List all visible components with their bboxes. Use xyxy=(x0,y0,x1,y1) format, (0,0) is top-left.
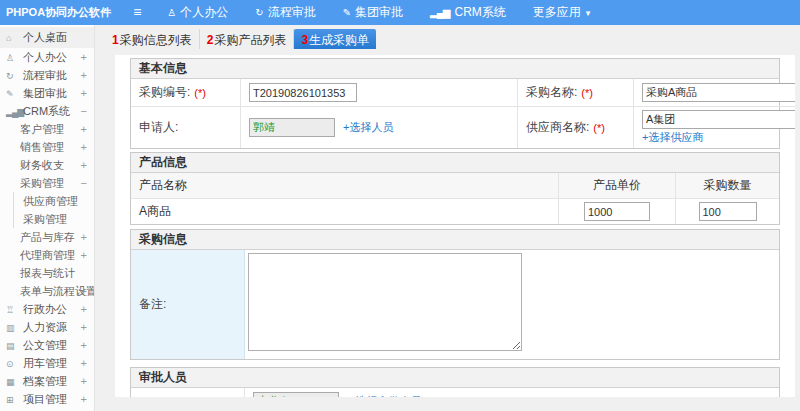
expand-toggle[interactable]: + xyxy=(81,390,87,408)
app-logo: PHPOA协同办公软件 xyxy=(0,5,117,20)
sidebar-item[interactable]: ▥ 人力资源 + xyxy=(0,318,94,336)
sidebar-item-label: 采购管理 xyxy=(23,213,67,225)
chart-icon: ▂▄▆ xyxy=(6,103,20,121)
flow-icon: ↻ xyxy=(6,67,20,85)
expand-toggle[interactable]: + xyxy=(81,138,87,156)
topbar: PHPOA协同办公软件 ≡ ♙ 个人办公 ↻ 流程审批 ✎ 集团审批 ▂▄▆ xyxy=(0,0,800,25)
remark-label: 备注: xyxy=(131,250,245,359)
required-mark: (*) xyxy=(194,87,206,99)
section-approver: 审批人员 设置审批人员:(*) +选择审批人员 提醒审批人员： 短消息提示 注：… xyxy=(130,367,780,397)
tab-number: 3 xyxy=(301,33,308,47)
flow-icon: ↻ xyxy=(255,7,262,18)
sidebar-item-label: 集团审批 xyxy=(23,87,67,99)
required-mark: (*) xyxy=(593,122,605,134)
product-table-header: 产品名称 产品单价 采购数量 xyxy=(131,173,779,199)
select-supplier-link[interactable]: +选择供应商 xyxy=(642,130,703,145)
col-purchase-qty: 采购数量 xyxy=(676,173,779,199)
chart-icon: ▂▄▆ xyxy=(430,7,449,18)
sidebar-item-label: 公文管理 xyxy=(23,339,67,351)
expand-toggle[interactable]: + xyxy=(81,354,87,372)
topbar-nav-item[interactable]: ↻ 流程审批 xyxy=(255,4,315,21)
sidebar-item-label: 档案管理 xyxy=(23,375,67,387)
doc-icon: ▤ xyxy=(6,337,20,355)
select-person-link[interactable]: +选择人员 xyxy=(343,120,393,135)
expand-toggle[interactable]: + xyxy=(81,84,87,102)
sidebar-item[interactable]: ⊙ 用车管理 + xyxy=(0,354,94,372)
tab[interactable]: 2采购产品列表 xyxy=(200,29,295,49)
tab-number: 2 xyxy=(207,33,214,47)
edit-icon: ✎ xyxy=(343,7,350,18)
purchase-info-title: 采购信息 xyxy=(131,230,779,250)
building-icon: ♖ xyxy=(6,301,20,319)
expand-toggle[interactable]: − xyxy=(81,174,87,192)
menu-icon[interactable]: ≡ xyxy=(133,0,141,25)
expand-toggle[interactable]: + xyxy=(81,336,87,354)
sidebar-item[interactable]: 采购管理 xyxy=(13,210,94,228)
expand-toggle[interactable]: + xyxy=(81,66,87,84)
expand-toggle[interactable]: + xyxy=(81,318,87,336)
expand-toggle[interactable]: + xyxy=(81,246,87,264)
sidebar-item[interactable]: 财务收支 + xyxy=(0,156,94,174)
sidebar-item[interactable]: ✎ 集团审批 + xyxy=(0,84,94,102)
expand-toggle[interactable]: + xyxy=(81,372,87,390)
expand-toggle[interactable]: − xyxy=(81,102,87,120)
car-icon: ⊙ xyxy=(6,355,20,373)
topbar-nav-item[interactable]: ✎ 集团审批 xyxy=(343,4,403,21)
expand-toggle[interactable]: + xyxy=(81,120,87,138)
sidebar-item[interactable]: ⌂ 个人桌面 xyxy=(0,27,94,48)
topbar-nav-item[interactable]: ▂▄▆ CRM系统 xyxy=(430,4,506,21)
sidebar-item[interactable]: ↻ 流程审批 + xyxy=(0,66,94,84)
sidebar-item-label: 产品与库存 xyxy=(20,231,75,243)
step-tabs: 1采购信息列表 2采购产品列表 3生成采购单 xyxy=(105,29,376,49)
approver-input[interactable] xyxy=(253,392,339,397)
sidebar-item[interactable]: ▂▄▆ CRM系统 − xyxy=(0,102,94,120)
product-table-body: A商品 xyxy=(131,199,779,224)
tab[interactable]: 1采购信息列表 xyxy=(105,29,200,49)
product-info-title: 产品信息 xyxy=(131,153,779,173)
sidebar-item[interactable]: 代理商管理 + xyxy=(0,246,94,264)
expand-toggle[interactable]: + xyxy=(81,156,87,174)
expand-toggle[interactable]: + xyxy=(81,228,87,246)
sidebar-item[interactable]: 销售管理 + xyxy=(0,138,94,156)
sidebar-item[interactable]: 产品与库存 + xyxy=(0,228,94,246)
content-panel: 基本信息 采购编号:(*) 采购名称:(*) 申请人: +选择人员 供应商名称:… xyxy=(115,55,795,397)
sidebar-item-label: 报表与统计 xyxy=(20,267,75,279)
basic-info-title: 基本信息 xyxy=(131,59,779,79)
supplier-label: 供应商名称:(*) xyxy=(518,107,634,148)
purchase-name-input[interactable] xyxy=(642,83,795,102)
section-basic-info: 基本信息 采购编号:(*) 采购名称:(*) 申请人: +选择人员 供应商名称:… xyxy=(130,58,780,149)
tab-label: 采购产品列表 xyxy=(214,33,286,47)
nav-label: 个人办公 xyxy=(180,4,228,21)
sidebar-item[interactable]: ▦ 档案管理 + xyxy=(0,372,94,390)
sidebar-item[interactable]: ♖ 行政办公 + xyxy=(0,300,94,318)
sidebar-item[interactable]: ⊞ 项目管理 + xyxy=(0,390,94,408)
sidebar-item[interactable]: ♙ 个人办公 + xyxy=(0,48,94,66)
product-price-input[interactable] xyxy=(584,202,650,221)
tab-number: 1 xyxy=(112,33,119,47)
tab[interactable]: 3生成采购单 xyxy=(294,29,376,49)
sidebar-item[interactable]: 表单与流程设置 + xyxy=(0,282,94,300)
purchase-no-input[interactable] xyxy=(249,83,357,102)
edit-icon: ✎ xyxy=(6,85,20,103)
sidebar-item[interactable]: ▤ 公文管理 + xyxy=(0,336,94,354)
sidebar-item-label: 代理商管理 xyxy=(20,249,75,261)
product-qty-input[interactable] xyxy=(699,202,757,221)
sidebar-item[interactable]: 采购管理 − xyxy=(0,174,94,192)
caret-down-icon: ▾ xyxy=(586,8,591,18)
select-approver-link[interactable]: +选择审批人员 xyxy=(349,394,421,397)
remark-textarea[interactable] xyxy=(248,253,522,351)
supplier-input[interactable] xyxy=(642,110,795,129)
expand-toggle[interactable]: + xyxy=(81,300,87,318)
topbar-nav-item[interactable]: 更多应用 ▾ xyxy=(533,4,591,21)
tab-label: 采购信息列表 xyxy=(120,33,192,47)
expand-toggle[interactable]: + xyxy=(81,48,87,66)
sidebar-item[interactable]: 供应商管理 xyxy=(13,192,94,210)
archive-icon: ▦ xyxy=(6,373,20,391)
applicant-input[interactable] xyxy=(249,118,335,137)
sidebar-item[interactable]: 客户管理 + xyxy=(0,120,94,138)
expand-toggle[interactable]: + xyxy=(81,282,87,300)
sidebar-item[interactable]: 报表与统计 xyxy=(0,264,94,282)
section-purchase-info: 采购信息 备注: xyxy=(130,229,780,360)
sidebar: ⌂ 个人桌面 ♙ 个人办公 + ↻ 流程审批 + ✎ 集团审批 + ▂▄▆ CR… xyxy=(0,25,95,411)
topbar-nav-item[interactable]: ♙ 个人办公 xyxy=(167,4,228,21)
